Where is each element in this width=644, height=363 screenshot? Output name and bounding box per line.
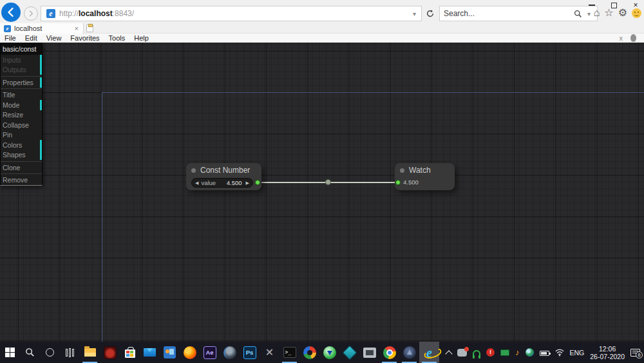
home-icon[interactable]: ⌂: [594, 6, 600, 20]
menu-tools[interactable]: Tools: [104, 34, 130, 42]
search-icon[interactable]: [574, 10, 582, 18]
cortana-icon: [46, 348, 54, 357]
x-app-button[interactable]: ✕: [260, 342, 279, 363]
context-menu-item-colors[interactable]: Colors: [1, 140, 42, 150]
photoshop-icon: Ps: [243, 346, 256, 359]
mail-button[interactable]: [140, 342, 160, 363]
cinema4d-button[interactable]: [220, 342, 240, 363]
context-menu-item-remove[interactable]: Remove: [1, 175, 42, 186]
input-port[interactable]: [395, 180, 401, 185]
taskbar-clock[interactable]: 12:06 26-07-2020: [590, 345, 625, 360]
menu-edit[interactable]: Edit: [21, 34, 42, 42]
menu-favorites[interactable]: Favorites: [66, 34, 104, 42]
widget-value: 4.500: [227, 179, 242, 186]
node-watch[interactable]: Watch 4.500: [395, 163, 455, 190]
url-text: http://localhost:8843/: [59, 9, 134, 18]
photos-app-icon: [164, 346, 176, 358]
context-menu-item-mode[interactable]: Mode: [1, 100, 42, 110]
link-midpoint-dot[interactable]: [325, 179, 331, 185]
swirl-app-button[interactable]: [299, 342, 319, 363]
3dsmax-button[interactable]: [339, 342, 359, 363]
terminal-icon: >_: [283, 347, 296, 358]
globe-tray-icon[interactable]: [526, 348, 534, 357]
value-widget[interactable]: ◀ value 4.500 ▶: [191, 178, 253, 188]
notification-center-icon[interactable]: 6: [630, 349, 640, 357]
language-indicator[interactable]: ENG: [570, 349, 585, 357]
context-menu-item-properties[interactable]: Properties: [1, 77, 42, 88]
graph-canvas[interactable]: Const Number ◀ value 4.500 ▶ Watch 4.500…: [0, 43, 644, 342]
internet-explorer-button[interactable]: e: [419, 342, 439, 363]
taskbar-search-button[interactable]: [20, 342, 40, 363]
refresh-icon: [426, 9, 435, 18]
menu-help[interactable]: Help: [129, 34, 153, 42]
antivirus-shield-icon[interactable]: !: [486, 348, 495, 357]
screen: × e http://localhost:8843/ ▾ Search... ▾…: [0, 0, 644, 363]
clock-time: 12:06: [590, 345, 625, 353]
increment-arrow-icon[interactable]: ▶: [246, 181, 249, 185]
decrement-arrow-icon[interactable]: ◀: [195, 181, 198, 185]
dark-circle-app-button[interactable]: [399, 342, 419, 363]
ie-favicon: e: [46, 9, 55, 18]
context-menu-item-resize[interactable]: Resize: [1, 110, 42, 121]
context-menu-item-clone[interactable]: Clone: [1, 162, 42, 173]
tab-bar: e localhost ×: [0, 23, 644, 34]
red-app-button[interactable]: [100, 342, 120, 363]
feedback-smiley-icon[interactable]: [632, 8, 641, 18]
green-cash-tray-icon[interactable]: [500, 349, 509, 356]
wifi-icon[interactable]: [555, 349, 564, 357]
toolbar-close-icon[interactable]: x: [620, 34, 623, 42]
photos-app-button[interactable]: [160, 342, 180, 363]
menu-view[interactable]: View: [42, 34, 66, 42]
search-dropdown-icon[interactable]: ▾: [585, 10, 593, 17]
firefox-icon: [184, 346, 196, 359]
settings-gear-icon[interactable]: ⚙: [618, 6, 627, 20]
headset-tray-icon[interactable]: [473, 350, 480, 357]
file-explorer-button[interactable]: [80, 342, 100, 363]
context-menu-separator: [1, 161, 42, 162]
tab-close-icon[interactable]: ×: [73, 25, 80, 32]
watch-value: 4.500: [403, 177, 419, 188]
chrome-button[interactable]: [379, 342, 399, 363]
firefox-button[interactable]: [180, 342, 200, 363]
task-view-button[interactable]: [60, 342, 80, 363]
forward-button[interactable]: [24, 6, 38, 21]
favorites-star-icon[interactable]: ☆: [604, 6, 613, 20]
refresh-button[interactable]: [424, 7, 437, 20]
back-button[interactable]: [1, 3, 21, 22]
context-menu-item-collapse[interactable]: Collapse: [1, 120, 42, 130]
toolbar-status-icon: [630, 34, 636, 42]
new-tab-button[interactable]: [86, 25, 93, 32]
tab-localhost[interactable]: e localhost ×: [0, 23, 84, 34]
output-port[interactable]: [255, 180, 260, 185]
context-menu-separator: [1, 88, 42, 89]
tray-chevron-up-icon[interactable]: [445, 350, 452, 357]
context-menu-item-pin[interactable]: Pin: [1, 130, 42, 141]
terminal-button[interactable]: >_: [279, 342, 299, 363]
pc-app-button[interactable]: [359, 342, 379, 363]
context-menu-item-shapes[interactable]: Shapes: [1, 150, 42, 161]
photoshop-button[interactable]: Ps: [240, 342, 260, 363]
swirl-app-icon: [303, 346, 316, 359]
address-bar[interactable]: e http://localhost:8843/ ▾: [41, 6, 422, 21]
back-arrow-icon: [6, 7, 16, 17]
idm-button[interactable]: [319, 342, 339, 363]
menu-file[interactable]: File: [0, 34, 21, 42]
after-effects-button[interactable]: Ae: [200, 342, 220, 363]
battery-icon[interactable]: [540, 351, 549, 356]
node-title-bar[interactable]: Watch: [395, 163, 455, 177]
search-input[interactable]: Search... ▾: [439, 6, 598, 21]
start-button[interactable]: [0, 342, 20, 363]
search-placeholder: Search...: [444, 9, 475, 18]
context-menu: basic/const InputsOutputsPropertiesTitle…: [0, 43, 43, 186]
discord-tray-icon[interactable]: [457, 349, 467, 357]
address-dropdown-icon[interactable]: ▾: [410, 10, 419, 17]
context-menu-item-title[interactable]: Title: [1, 90, 42, 101]
audio-note-tray-icon[interactable]: ♪: [515, 348, 520, 357]
context-menu-separator: [1, 173, 42, 174]
microsoft-store-button[interactable]: [120, 342, 140, 363]
node-title-bar[interactable]: Const Number: [186, 163, 261, 177]
node-const-number[interactable]: Const Number ◀ value 4.500 ▶: [186, 163, 261, 190]
folder-icon: [84, 348, 96, 357]
cortana-button[interactable]: [40, 342, 60, 363]
context-menu-title: basic/const: [1, 44, 42, 55]
